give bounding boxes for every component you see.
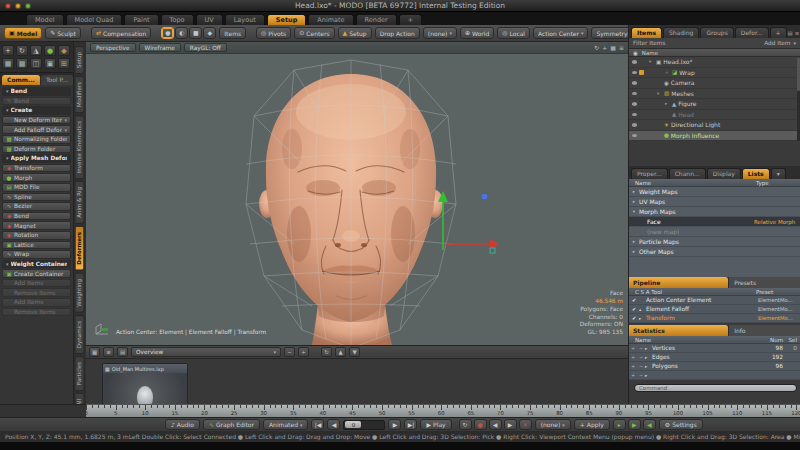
toolbox-vertical-tab[interactable]: Setup — [75, 46, 85, 74]
properties-tab[interactable]: Proper... — [631, 168, 668, 179]
down-dir-icon[interactable]: ▼ — [349, 347, 360, 357]
vertex-map-row[interactable]: Face Relative Morph — [629, 217, 800, 227]
centers-button[interactable]: ⊙Centers — [294, 27, 334, 39]
select-plus-icon[interactable]: + — [629, 345, 637, 351]
prev-key-icon[interactable]: ◀ — [489, 419, 502, 430]
element-move-tool-icon[interactable]: + — [2, 45, 14, 56]
properties-tab[interactable]: ▾ — [771, 168, 786, 179]
toolbox-command[interactable]: Add Items ▾ — [2, 298, 71, 307]
list-view-icon[interactable]: ≡ — [103, 347, 114, 357]
grid-view-icon[interactable]: ▦ — [89, 347, 100, 357]
item-tree-row[interactable]: ● Morph Influence — [629, 131, 800, 142]
vertex-map-row[interactable]: ▸UV Maps — [629, 197, 800, 207]
expand-arrow-icon[interactable]: ▸ — [631, 199, 637, 204]
expand-arrow-icon[interactable]: + — [665, 70, 670, 75]
toolbox-command[interactable]: Bend ▾ — [2, 87, 71, 96]
item-tree-row[interactable]: + ◪ Wrap — [629, 68, 800, 79]
expand-arrow-icon[interactable]: ▸ — [645, 355, 652, 360]
item-list-tab[interactable]: + — [770, 27, 787, 38]
deselect-minus-icon[interactable]: − — [637, 363, 645, 369]
toolbox-command[interactable]: ∿ Wrap ▾ — [2, 250, 71, 259]
timeline-ruler[interactable]: 0510152025303540455055606570758085909510… — [86, 404, 800, 417]
presets-title[interactable]: Presets — [728, 277, 800, 288]
visibility-eye-icon[interactable] — [629, 81, 639, 85]
graph-editor-button[interactable]: ∿Graph Editor — [203, 419, 260, 430]
item-tree-row[interactable]: ▸ ▲ Figure — [629, 99, 800, 110]
layout-tab[interactable]: Animate — [308, 14, 353, 25]
info-title[interactable]: Info — [728, 325, 800, 336]
toolbox-command[interactable]: Apply Mesh Deformer ▾ — [2, 154, 71, 163]
enabled-check-icon[interactable]: ✔ — [629, 306, 639, 312]
pipeline-row[interactable]: ✔ ▴ Element Falloff ElementMo... — [629, 305, 800, 314]
toolbox-vertical-tab[interactable]: Particles — [75, 356, 85, 391]
items-mode-button[interactable]: Items — [219, 27, 246, 39]
toolbox-command[interactable]: ✎ Bend ▾ — [2, 97, 71, 106]
toolbox-command[interactable]: ◆ Transform ▾ — [2, 164, 71, 173]
select-plus-icon[interactable]: + — [629, 372, 637, 378]
statistics-row[interactable]: + − ▸ Polygons 96 — [629, 362, 800, 371]
toolbox-command[interactable]: ● Morph ▾ — [2, 173, 71, 182]
item-list-tab[interactable]: Defor... — [735, 27, 769, 38]
deselect-minus-icon[interactable]: − — [637, 354, 645, 360]
expand-arrow-icon[interactable]: ▸ — [631, 239, 637, 244]
local-button[interactable]: ◎Local — [497, 27, 530, 39]
layout-tab[interactable]: Paint — [124, 14, 158, 25]
toolbox-command[interactable]: ∿ Bezier ▾ — [2, 202, 71, 211]
zoom-in-icon[interactable]: + — [298, 347, 309, 357]
item-tree-row[interactable]: ◉ Camera — [629, 78, 800, 89]
toolbox-command[interactable]: ∿ Spline ▾ — [2, 193, 71, 202]
shading-select[interactable]: Wireframe — [139, 43, 181, 52]
enabled-check-icon[interactable]: ✔ — [629, 315, 639, 321]
toolbox-command[interactable]: ▩ Normalizing Folder ▾ — [2, 135, 71, 144]
apply-button[interactable]: +Apply — [574, 419, 610, 430]
layout-tab[interactable]: Layout — [225, 14, 265, 25]
add-key-icon[interactable]: ▸ — [613, 419, 626, 430]
toolbox-vertical-tab[interactable]: Anim & Rig — [75, 181, 85, 224]
delete-key-icon[interactable]: ◀ — [643, 419, 656, 430]
3d-viewport[interactable]: Perspective Wireframe RayGL: Off ↻ + ▦ ≡… — [86, 42, 628, 345]
panel-menu-icon[interactable]: ≡ — [795, 30, 800, 36]
lattice-tool-icon[interactable]: ▣ — [44, 58, 56, 69]
setup-mode-button[interactable]: ▲Setup — [338, 27, 372, 39]
plane-x-tool-icon[interactable]: ▦ — [2, 58, 14, 69]
statistics-row[interactable]: + − ▸ Vertices 98 0 — [629, 344, 800, 353]
pivots-button[interactable]: ◎Pivots — [256, 27, 291, 39]
layout-tab[interactable]: Model — [26, 14, 64, 25]
expand-arrow-icon[interactable]: ▸ — [665, 101, 670, 106]
visibility-eye-icon[interactable] — [629, 60, 639, 64]
toolbox-command[interactable]: ▣ Lattice ▾ — [2, 241, 71, 250]
sculpt-mode-button[interactable]: ✎Sculpt — [45, 27, 81, 39]
visibility-eye-icon[interactable] — [629, 113, 639, 117]
toolbox-tab[interactable]: Comm... — [2, 75, 40, 85]
expand-arrow-icon[interactable]: ▸ — [631, 189, 637, 194]
statistics-row[interactable]: + − ▸ Edges 192 — [629, 353, 800, 362]
properties-tab[interactable]: Display — [707, 168, 741, 179]
record-icon[interactable]: ● — [474, 419, 487, 430]
properties-tab[interactable]: Lists — [742, 168, 770, 179]
pose-tool-icon[interactable]: ◆ — [58, 45, 70, 56]
edges-mode-icon[interactable]: ◐ — [175, 27, 188, 39]
plane-z-tool-icon[interactable]: ◫ — [30, 58, 42, 69]
drop-action-select[interactable]: (none)▾ — [423, 27, 457, 39]
visibility-eye-icon[interactable] — [629, 123, 639, 127]
item-tree-row[interactable]: ▾ ▣ Head.lxo* — [629, 57, 800, 68]
toolbox-command[interactable]: Weight Container ▾ — [2, 260, 71, 269]
item-tree-row[interactable]: ☀ Directional Light — [629, 120, 800, 131]
toolbox-command[interactable]: Remove Items ▾ — [2, 308, 71, 317]
layout-tab[interactable]: UV — [196, 14, 223, 25]
world-button[interactable]: ⊕World — [460, 27, 494, 39]
pipeline-row[interactable]: ✔ ▸ Transform ElementMo... — [629, 314, 800, 323]
expand-arrow-icon[interactable]: ▾ — [657, 91, 662, 96]
toolbox-tab[interactable]: Tool P... — [41, 75, 73, 85]
expand-arrow-icon[interactable]: ▸ — [631, 249, 637, 254]
deselect-minus-icon[interactable]: − — [637, 345, 645, 351]
toolbox-vertical-tab[interactable]: Inverse Kinematics — [75, 115, 85, 179]
statistics-title[interactable]: Statistics — [629, 325, 728, 336]
add-item-button[interactable]: Add Item — [764, 40, 790, 46]
select-plus-icon[interactable]: + — [629, 363, 637, 369]
model-mode-button[interactable]: ▣Model — [4, 27, 42, 39]
vertex-map-row[interactable]: ▸Particle Maps — [629, 237, 800, 247]
element-push-tool-icon[interactable]: ◮ — [30, 45, 42, 56]
pan-view-icon[interactable]: ↻ — [594, 44, 599, 51]
add-view-icon[interactable]: + — [602, 44, 607, 51]
